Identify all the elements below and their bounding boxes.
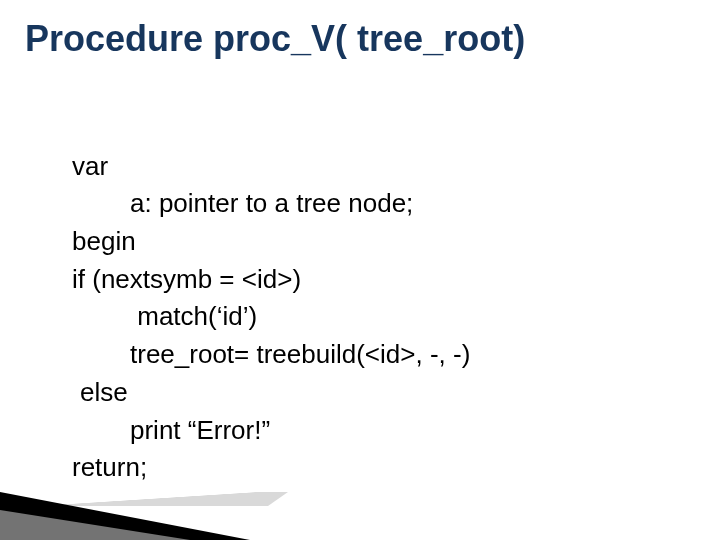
- code-line-tree: tree_root= treebuild(<id>, -, -): [72, 336, 470, 374]
- code-line-if: if (nextsymb = <id>): [72, 261, 301, 299]
- decor-wedge-light: [0, 510, 190, 540]
- code-line-else: else: [72, 374, 128, 412]
- slide-title: Procedure proc_V( tree_root): [25, 18, 525, 60]
- code-line-begin: begin: [72, 223, 136, 261]
- code-line-decl: a: pointer to a tree node;: [72, 185, 413, 223]
- code-line-var: var: [72, 148, 108, 186]
- code-line-return: return;: [72, 449, 147, 487]
- code-line-match: match(‘id’): [72, 298, 257, 336]
- code-line-print: print “Error!”: [72, 412, 270, 450]
- code-body: var a: pointer to a tree node; begin if …: [72, 110, 470, 487]
- slide: Procedure proc_V( tree_root) var a: poin…: [0, 0, 720, 540]
